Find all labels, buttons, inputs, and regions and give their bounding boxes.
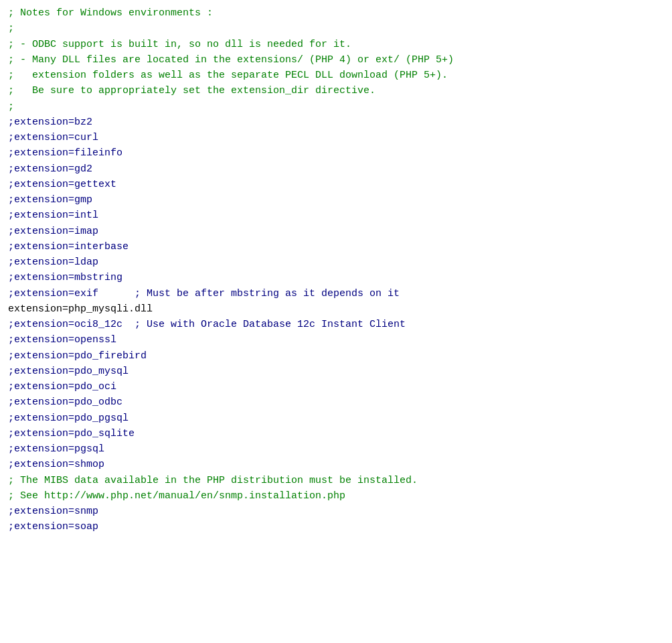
code-line: ;extension=shmop (8, 457, 664, 472)
code-line: extension=php_mysqli.dll (8, 301, 664, 317)
code-line: ; extension folders as well as the separ… (8, 68, 664, 83)
code-line: ;extension=openssl (8, 332, 664, 348)
code-line: ; Be sure to appropriately set the exten… (8, 83, 664, 98)
code-line: ;extension=pdo_firebird (8, 348, 664, 364)
code-line: ;extension=exif ; Must be after mbstring… (8, 286, 664, 301)
code-line: ;extension=gettext (8, 177, 664, 192)
code-line: ;extension=bz2 (8, 115, 664, 130)
code-line: ;extension=pdo_pgsql (8, 411, 664, 426)
code-line: ;extension=intl (8, 208, 664, 223)
code-line: ;extension=imap (8, 224, 664, 239)
code-line: ;extension=gd2 (8, 161, 664, 177)
code-line: ;extension=pdo_mysql (8, 364, 664, 379)
code-line: ;extension=pdo_odbc (8, 395, 664, 410)
code-line: ; See http://www.php.net/manual/en/snmp.… (8, 488, 664, 504)
code-line: ; The MIBS data available in the PHP dis… (8, 473, 664, 488)
code-line: ;extension=pdo_sqlite (8, 426, 664, 441)
code-line: ;extension=mbstring (8, 270, 664, 285)
code-line: ;extension=gmp (8, 192, 664, 208)
code-line: ; Notes for Windows environments : (8, 5, 664, 21)
code-line: ;extension=pgsql (8, 441, 664, 457)
code-line: ;extension=curl (8, 130, 664, 145)
code-line: ; - ODBC support is built in, so no dll … (8, 37, 664, 52)
code-line: ;extension=pdo_oci (8, 379, 664, 395)
code-line: ; - Many DLL files are located in the ex… (8, 52, 664, 68)
code-line: ; (8, 99, 664, 115)
code-line: ; (8, 21, 664, 36)
code-line: ;extension=ldap (8, 255, 664, 270)
code-line: ;extension=interbase (8, 239, 664, 255)
code-line: ;extension=snmp (8, 504, 664, 519)
code-line: ;extension=fileinfo (8, 145, 664, 161)
code-line: ;extension=oci8_12c ; Use with Oracle Da… (8, 317, 664, 332)
code-viewer: ; Notes for Windows environments :;; - O… (8, 5, 664, 535)
code-line: ;extension=soap (8, 519, 664, 534)
